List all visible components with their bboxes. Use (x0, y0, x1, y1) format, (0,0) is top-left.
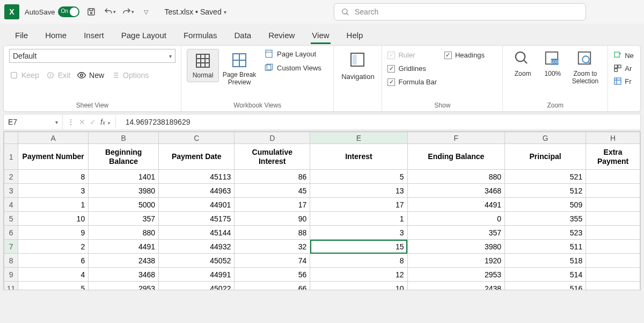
cell[interactable]: 88 (235, 226, 310, 240)
toggle-switch[interactable]: On (58, 6, 79, 17)
row-header[interactable]: 7 (4, 240, 18, 254)
cell[interactable]: 44901 (159, 198, 235, 212)
cell[interactable]: 74 (235, 254, 310, 268)
cell[interactable]: 2953 (407, 268, 504, 282)
new-window-button[interactable]: Ne (613, 51, 634, 60)
cell[interactable]: 17 (310, 198, 407, 212)
tab-formulas[interactable]: Formulas (175, 26, 226, 45)
cell[interactable]: 86 (235, 170, 310, 184)
col-header-B[interactable]: B (89, 132, 159, 144)
normal-view-button[interactable]: Normal (187, 49, 219, 82)
cell[interactable]: 56 (235, 268, 310, 282)
gridlines-checkbox[interactable]: ✓Gridlines (387, 64, 437, 73)
cell[interactable]: 2 (18, 240, 89, 254)
cell[interactable]: 1 (18, 198, 89, 212)
cell[interactable]: 45052 (159, 254, 235, 268)
cell[interactable]: 5000 (89, 198, 159, 212)
cell[interactable]: Ending Balance (407, 144, 504, 170)
cell[interactable]: 5 (18, 282, 89, 291)
cell[interactable]: 45113 (159, 170, 235, 184)
cell[interactable]: 357 (89, 212, 159, 226)
cell[interactable]: 880 (89, 226, 159, 240)
cell[interactable]: 45 (235, 184, 310, 198)
col-header-H[interactable]: H (586, 132, 640, 144)
col-header-C[interactable]: C (159, 132, 235, 144)
fx-icon[interactable]: fx ▾ (100, 118, 110, 126)
cell[interactable] (586, 212, 640, 226)
row-header[interactable]: 1 (4, 144, 18, 170)
search-input[interactable]: Search (334, 3, 586, 20)
cancel-icon[interactable]: ✕ (79, 118, 85, 126)
cell[interactable]: 511 (505, 240, 586, 254)
tab-page-layout[interactable]: Page Layout (113, 26, 175, 45)
name-box[interactable]: E7 ▾ (4, 114, 63, 130)
arrange-button[interactable]: Ar (613, 64, 632, 73)
cell[interactable] (586, 170, 640, 184)
cell[interactable]: Principal (505, 144, 586, 170)
undo-icon[interactable]: ▾ (103, 5, 116, 18)
cell[interactable]: 3980 (89, 184, 159, 198)
cell[interactable]: Extra Payment (586, 144, 640, 170)
col-header-D[interactable]: D (235, 132, 310, 144)
cell[interactable]: Cumulative Interest (235, 144, 310, 170)
cell[interactable]: Payment Number (18, 144, 89, 170)
cell[interactable]: 45144 (159, 226, 235, 240)
cell[interactable]: 10 (18, 212, 89, 226)
tab-insert[interactable]: Insert (75, 26, 113, 45)
tab-help[interactable]: Help (338, 26, 372, 45)
formula-bar-checkbox[interactable]: ✓Formula Bar (387, 78, 437, 86)
cell[interactable]: 2438 (407, 282, 504, 291)
cell[interactable]: Beginning Balance (89, 144, 159, 170)
cell[interactable]: 10 (310, 282, 407, 291)
zoom-button[interactable]: Zoom (508, 50, 537, 78)
cell[interactable]: 880 (407, 170, 504, 184)
cell[interactable]: 0 (407, 212, 504, 226)
headings-checkbox[interactable]: ✓Headings (444, 51, 485, 59)
cell[interactable]: 17 (235, 198, 310, 212)
col-header-F[interactable]: F (407, 132, 504, 144)
cell[interactable]: 8 (18, 170, 89, 184)
cell[interactable] (586, 240, 640, 254)
cell[interactable] (586, 282, 640, 291)
col-header-A[interactable]: A (18, 132, 89, 144)
cell[interactable]: 44991 (159, 268, 235, 282)
page-layout-button[interactable]: Page Layout (264, 49, 321, 59)
cell[interactable]: 6 (18, 254, 89, 268)
cell[interactable]: 32 (235, 240, 310, 254)
navigation-button[interactable]: Navigation (339, 49, 376, 81)
row-header[interactable]: 5 (4, 212, 18, 226)
row-header[interactable]: 3 (4, 184, 18, 198)
cell[interactable]: 5 (310, 170, 407, 184)
qat-dropdown-icon[interactable]: ▽ (140, 5, 152, 18)
cell[interactable]: 3 (18, 184, 89, 198)
spreadsheet-grid[interactable]: ABCDEFGH1Payment NumberBeginning Balance… (3, 131, 641, 290)
cell[interactable]: 518 (505, 254, 586, 268)
filename-area[interactable]: Test.xlsx • Saved ▾ (164, 8, 226, 16)
cell[interactable]: Interest (310, 144, 407, 170)
row-header[interactable]: 8 (4, 254, 18, 268)
cell[interactable] (586, 184, 640, 198)
tab-view[interactable]: View (303, 26, 338, 45)
cell[interactable]: 355 (505, 212, 586, 226)
formula-input[interactable]: 14.9697238189629 (126, 118, 191, 126)
cell[interactable]: 1401 (89, 170, 159, 184)
cell[interactable]: 44963 (159, 184, 235, 198)
cell[interactable]: 15 (310, 240, 407, 254)
zoom-100-button[interactable]: 100 100% (538, 50, 567, 78)
cell[interactable]: 509 (505, 198, 586, 212)
cell[interactable]: 357 (407, 226, 504, 240)
row-header[interactable]: 6 (4, 226, 18, 240)
col-header-G[interactable]: G (505, 132, 586, 144)
cell[interactable] (586, 254, 640, 268)
cell[interactable]: 66 (235, 282, 310, 291)
cell[interactable]: 523 (505, 226, 586, 240)
cell[interactable]: 9 (18, 226, 89, 240)
autosave-toggle[interactable]: AutoSave On (25, 6, 79, 17)
cell[interactable]: 521 (505, 170, 586, 184)
redo-icon[interactable]: ▾ (121, 5, 134, 18)
new-view-button[interactable]: New (77, 70, 104, 80)
cell[interactable]: 45022 (159, 282, 235, 291)
row-header[interactable]: 4 (4, 198, 18, 212)
cell[interactable] (586, 226, 640, 240)
cell[interactable]: 4491 (89, 240, 159, 254)
